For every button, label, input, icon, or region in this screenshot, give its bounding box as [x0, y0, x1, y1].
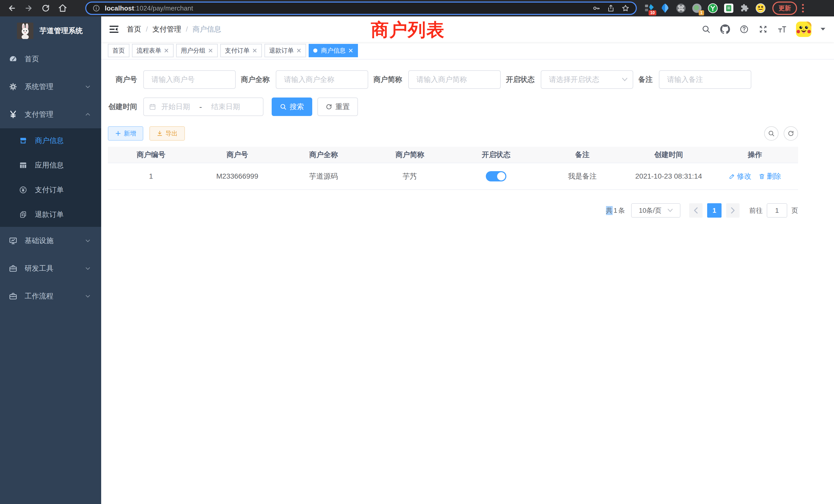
tag-close-icon[interactable]: [348, 48, 353, 53]
tag-close-icon[interactable]: [296, 48, 302, 53]
table-tools: [764, 126, 798, 141]
sidebar-item-workflow[interactable]: 工作流程: [0, 282, 101, 310]
remark-input-field[interactable]: [667, 75, 743, 84]
merchant-no-input-field[interactable]: [152, 75, 227, 84]
prev-page-button[interactable]: [689, 203, 703, 217]
breadcrumb-home[interactable]: 首页: [127, 24, 141, 34]
tag-label: 首页: [112, 46, 125, 55]
site-info-icon[interactable]: [92, 4, 100, 12]
reset-button[interactable]: 重置: [317, 97, 358, 116]
browser-reload-button[interactable]: [39, 2, 52, 15]
browser-forward-button[interactable]: [22, 2, 36, 15]
kite-glyph-icon: [660, 3, 670, 13]
col-status: 开启状态: [453, 150, 539, 160]
sidebar-item-label: 支付管理: [25, 110, 85, 119]
header-search-button[interactable]: [701, 24, 711, 35]
breadcrumb-section[interactable]: 支付管理: [153, 24, 181, 34]
password-key-icon[interactable]: [592, 4, 600, 12]
fullscreen-button[interactable]: [758, 24, 768, 35]
tag-close-icon[interactable]: [252, 48, 257, 53]
sidebar-collapse-button[interactable]: [108, 24, 120, 35]
tag-refund-order[interactable]: 退款订单: [264, 44, 306, 57]
chevron-down-icon: [85, 238, 91, 244]
chevron-down-icon: [85, 293, 91, 299]
merchant-no-input[interactable]: [143, 70, 236, 89]
page-1-button[interactable]: 1: [707, 203, 722, 217]
browser-back-button[interactable]: [5, 2, 19, 15]
cell-create-time: 2021-10-23 08:31:14: [626, 172, 712, 180]
sidebar-item-home[interactable]: 首页: [0, 45, 101, 73]
tag-user-group[interactable]: 用户分组: [176, 44, 218, 57]
sidebar-item-system[interactable]: 系统管理: [0, 73, 101, 100]
status-label: 开启状态: [506, 75, 534, 85]
short-name-input-field[interactable]: [416, 75, 492, 84]
yen-icon: [9, 110, 18, 119]
sidebar-item-label: 工作流程: [25, 291, 85, 301]
tag-close-icon[interactable]: [164, 48, 169, 53]
short-name-label: 商户简称: [373, 75, 402, 85]
extension-y-icon[interactable]: [708, 3, 718, 13]
sidebar-item-merchant-info[interactable]: 商户信息: [0, 128, 101, 153]
next-page-button[interactable]: [726, 203, 740, 217]
remark-input[interactable]: [659, 70, 751, 89]
reload-icon: [41, 4, 50, 13]
tag-close-icon[interactable]: [208, 48, 213, 53]
share-icon[interactable]: [607, 4, 615, 12]
sidebar-item-pay-order[interactable]: 支付订单: [0, 178, 101, 202]
sidebar-item-devtools[interactable]: 研发工具: [0, 255, 101, 282]
toggle-search-button[interactable]: [764, 126, 778, 141]
delete-link[interactable]: 删除: [759, 171, 781, 181]
font-size-button[interactable]: [777, 24, 787, 35]
date-start-placeholder: 开始日期: [161, 102, 190, 112]
sidebar-item-pay[interactable]: 支付管理: [0, 100, 101, 128]
extension-command-icon[interactable]: [676, 3, 686, 13]
edit-link[interactable]: 修改: [729, 171, 751, 181]
bookmark-star-icon[interactable]: [621, 4, 630, 12]
tag-process-form[interactable]: 流程表单: [132, 44, 174, 57]
browser-menu-button[interactable]: [802, 4, 804, 13]
short-name-input[interactable]: [408, 70, 501, 89]
active-tag-dot: [313, 48, 317, 53]
page-size-select[interactable]: 10条/页: [631, 203, 680, 217]
browser-update-button[interactable]: 更新: [772, 2, 797, 15]
refresh-table-button[interactable]: [784, 126, 798, 141]
sidebar-item-infra[interactable]: 基础设施: [0, 227, 101, 255]
filter-remark: 备注: [638, 70, 751, 89]
date-end-placeholder: 结束日期: [211, 102, 240, 112]
sidebar-item-label: 退款订单: [35, 210, 64, 220]
pagination-goto: 前往 页: [749, 203, 798, 217]
extension-tasks-icon[interactable]: 10: [644, 3, 654, 13]
sidebar-item-refund-order[interactable]: 退款订单: [0, 202, 101, 227]
add-button[interactable]: 新增: [108, 126, 143, 141]
tag-pay-order[interactable]: 支付订单: [220, 44, 262, 57]
avatar-caret-down-icon[interactable]: [820, 27, 826, 31]
merchant-no-label: 商户号: [108, 75, 137, 85]
full-name-input-field[interactable]: [284, 75, 360, 84]
status-toggle-on[interactable]: [486, 171, 506, 181]
breadcrumb-current: 商户信息: [193, 24, 221, 34]
back-arrow-icon: [7, 4, 17, 13]
extension-notes-icon[interactable]: [724, 3, 734, 13]
create-time-range-picker[interactable]: 开始日期 - 结束日期: [143, 97, 263, 116]
search-button[interactable]: 搜索: [272, 97, 312, 116]
sidebar-item-label: 首页: [25, 54, 91, 64]
browser-home-button[interactable]: [56, 2, 69, 15]
help-doc-button[interactable]: [739, 24, 749, 35]
export-button[interactable]: 导出: [150, 126, 185, 141]
extension-proxy-icon[interactable]: 1: [692, 3, 702, 13]
address-bar[interactable]: localhost:1024/pay/merchant: [85, 2, 637, 15]
sidebar-item-app-info[interactable]: 应用信息: [0, 153, 101, 178]
app-logo-row[interactable]: 芋道管理系统: [0, 17, 101, 45]
status-select[interactable]: 请选择开启状态: [541, 70, 633, 89]
tag-merchant-info[interactable]: 商户信息: [309, 44, 358, 57]
github-link-button[interactable]: [720, 24, 730, 35]
browser-profile-avatar[interactable]: [755, 3, 766, 13]
search-button-label: 搜索: [290, 102, 304, 112]
extensions-puzzle-icon[interactable]: [740, 3, 750, 13]
goto-page-input[interactable]: [767, 203, 787, 217]
extensions-area: 10 1: [644, 3, 766, 13]
user-avatar[interactable]: [796, 22, 811, 37]
tag-home[interactable]: 首页: [108, 44, 129, 57]
extension-kite-icon[interactable]: [660, 3, 670, 13]
full-name-input[interactable]: [276, 70, 368, 89]
